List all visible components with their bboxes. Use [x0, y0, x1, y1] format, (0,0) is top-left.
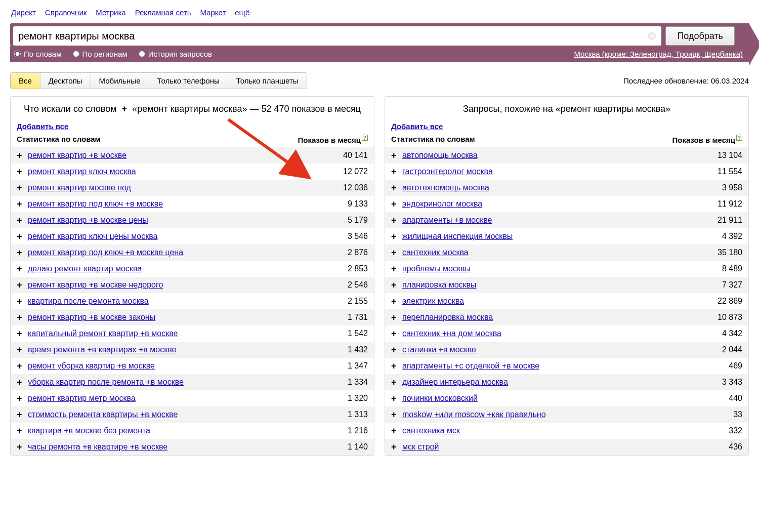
- add-keyword-button[interactable]: +: [391, 232, 402, 241]
- nav-sprav[interactable]: Справочник: [45, 8, 87, 17]
- add-keyword-button[interactable]: +: [17, 378, 28, 387]
- nav-market[interactable]: Маркет: [200, 8, 226, 17]
- add-keyword-button[interactable]: +: [17, 442, 28, 452]
- add-keyword-button[interactable]: +: [391, 313, 402, 322]
- keyword-link[interactable]: капитальный ремонт квартир +в москве: [28, 329, 327, 338]
- search-input[interactable]: [18, 30, 647, 42]
- table-row: +ремонт квартир +в москве цены5 179: [11, 212, 374, 228]
- keyword-link[interactable]: электрик москва: [402, 297, 702, 306]
- keyword-link[interactable]: автопомощь москва: [402, 151, 702, 160]
- keyword-link[interactable]: эндокринолог москва: [402, 199, 702, 209]
- keyword-link[interactable]: планировка москвы: [402, 280, 702, 290]
- add-keyword-button[interactable]: +: [391, 216, 402, 225]
- add-keyword-button[interactable]: +: [391, 248, 402, 257]
- add-keyword-button[interactable]: +: [17, 329, 28, 338]
- add-keyword-button[interactable]: +: [391, 264, 402, 273]
- add-all-right[interactable]: Добавить все: [385, 120, 449, 133]
- keyword-link[interactable]: проблемы москвы: [402, 264, 702, 273]
- keyword-link[interactable]: починки московский: [402, 394, 702, 403]
- add-keyword-button[interactable]: +: [17, 345, 28, 354]
- keyword-link[interactable]: стоимость ремонта квартиры +в москве: [28, 410, 327, 419]
- add-keyword-button[interactable]: +: [391, 361, 402, 371]
- add-keyword-button[interactable]: +: [391, 280, 402, 290]
- add-keyword-button[interactable]: +: [17, 361, 28, 371]
- tab-tablets[interactable]: Только планшеты: [228, 73, 307, 89]
- add-keyword-button[interactable]: +: [17, 183, 28, 192]
- add-keyword-button[interactable]: +: [17, 313, 28, 322]
- keyword-link[interactable]: ремонт квартир +в москве законы: [28, 313, 327, 322]
- region-link[interactable]: Москва (кроме: Зеленоград, Троицк, Щерби…: [574, 50, 743, 58]
- keyword-link[interactable]: гастроэнтеролог москва: [402, 167, 702, 176]
- add-keyword-button[interactable]: +: [17, 151, 28, 160]
- keyword-link[interactable]: сантехника мск: [402, 426, 702, 435]
- nav-metrika[interactable]: Метрика: [96, 8, 125, 17]
- keyword-link[interactable]: мск строй: [402, 442, 702, 452]
- add-keyword-button[interactable]: +: [391, 151, 402, 160]
- add-keyword-button[interactable]: +: [17, 426, 28, 435]
- keyword-link[interactable]: квартира после ремонта москва: [28, 297, 327, 306]
- radio-by-words[interactable]: По словам: [14, 50, 62, 58]
- keyword-link[interactable]: ремонт уборка квартир +в москве: [28, 361, 327, 371]
- nav-direct[interactable]: Директ: [11, 8, 36, 17]
- add-keyword-button[interactable]: +: [391, 426, 402, 435]
- add-keyword-button[interactable]: +: [391, 183, 402, 192]
- add-keyword-button[interactable]: +: [17, 280, 28, 290]
- help-icon[interactable]: ?: [736, 135, 742, 141]
- keyword-link[interactable]: ремонт квартир под ключ +в москве цена: [28, 248, 327, 257]
- keyword-link[interactable]: квартира +в москве без ремонта: [28, 426, 327, 435]
- add-keyword-button[interactable]: +: [17, 297, 28, 306]
- tab-phones[interactable]: Только телефоны: [149, 73, 228, 89]
- add-keyword-button[interactable]: +: [391, 329, 402, 338]
- keyword-link[interactable]: жилищная инспекция москвы: [402, 232, 702, 241]
- radio-history[interactable]: История запросов: [139, 50, 212, 58]
- submit-button[interactable]: Подобрать: [665, 26, 735, 46]
- add-keyword-button[interactable]: +: [391, 345, 402, 354]
- nav-adnet[interactable]: Рекламная сеть: [135, 8, 191, 17]
- radio-by-regions[interactable]: По регионам: [73, 50, 128, 58]
- keyword-link[interactable]: автотехпомощь москва: [402, 183, 702, 192]
- keyword-link[interactable]: апартаменты +в москве: [402, 216, 702, 225]
- add-keyword-button[interactable]: +: [391, 378, 402, 387]
- help-icon[interactable]: ?: [362, 135, 368, 141]
- add-keyword-button[interactable]: +: [391, 442, 402, 452]
- keyword-link[interactable]: ремонт квартир +в москве недорого: [28, 280, 327, 290]
- keyword-link[interactable]: дизайнер интерьера москва: [402, 378, 702, 387]
- add-all-left[interactable]: Добавить все: [11, 120, 74, 133]
- add-keyword-button[interactable]: +: [17, 264, 28, 273]
- nav-more[interactable]: ещё: [235, 8, 249, 17]
- keyword-link[interactable]: ремонт квартир ключ цены москва: [28, 232, 327, 241]
- keyword-link[interactable]: сантехник москва: [402, 248, 702, 257]
- add-keyword-button[interactable]: +: [17, 199, 28, 209]
- tab-mobile[interactable]: Мобильные: [91, 73, 149, 89]
- keyword-link[interactable]: moskow +или moscow +как правильно: [402, 410, 702, 419]
- keyword-link[interactable]: ремонт квартир +в москве: [28, 151, 327, 160]
- keyword-link[interactable]: ремонт квартир ключ москва: [28, 167, 327, 176]
- add-keyword-button[interactable]: +: [17, 167, 28, 176]
- keyword-link[interactable]: сталинки +в москве: [402, 345, 702, 354]
- add-keyword-button[interactable]: +: [17, 410, 28, 419]
- add-keyword-button[interactable]: +: [391, 167, 402, 176]
- clear-icon[interactable]: [647, 31, 656, 40]
- keyword-link[interactable]: ремонт квартир метр москва: [28, 394, 327, 403]
- add-keyword-button[interactable]: +: [391, 394, 402, 403]
- keyword-link[interactable]: ремонт квартир +в москве цены: [28, 216, 327, 225]
- keyword-link[interactable]: уборка квартир после ремонта +в москве: [28, 378, 327, 387]
- keyword-link[interactable]: часы ремонта +в квартире +в москве: [28, 442, 327, 452]
- keyword-link[interactable]: делаю ремонт квартир москва: [28, 264, 327, 273]
- add-keyword-button[interactable]: +: [17, 394, 28, 403]
- add-keyword-button[interactable]: +: [17, 216, 28, 225]
- mode-radio-group: По словам По регионам История запросов: [14, 50, 212, 58]
- tab-desktop[interactable]: Десктопы: [40, 73, 91, 89]
- add-keyword-button[interactable]: +: [391, 410, 402, 419]
- keyword-link[interactable]: ремонт квартир москве под: [28, 183, 327, 192]
- keyword-link[interactable]: перепланировка москва: [402, 313, 702, 322]
- tab-all[interactable]: Все: [11, 73, 40, 89]
- keyword-link[interactable]: сантехник +на дом москва: [402, 329, 702, 338]
- add-keyword-button[interactable]: +: [391, 199, 402, 209]
- add-keyword-button[interactable]: +: [17, 248, 28, 257]
- add-keyword-button[interactable]: +: [17, 232, 28, 241]
- add-keyword-button[interactable]: +: [391, 297, 402, 306]
- keyword-link[interactable]: ремонт квартир под ключ +в москве: [28, 199, 327, 209]
- keyword-link[interactable]: апартаменты +с отделкой +в москве: [402, 361, 702, 371]
- keyword-link[interactable]: время ремонта +в квартирах +в москве: [28, 345, 327, 354]
